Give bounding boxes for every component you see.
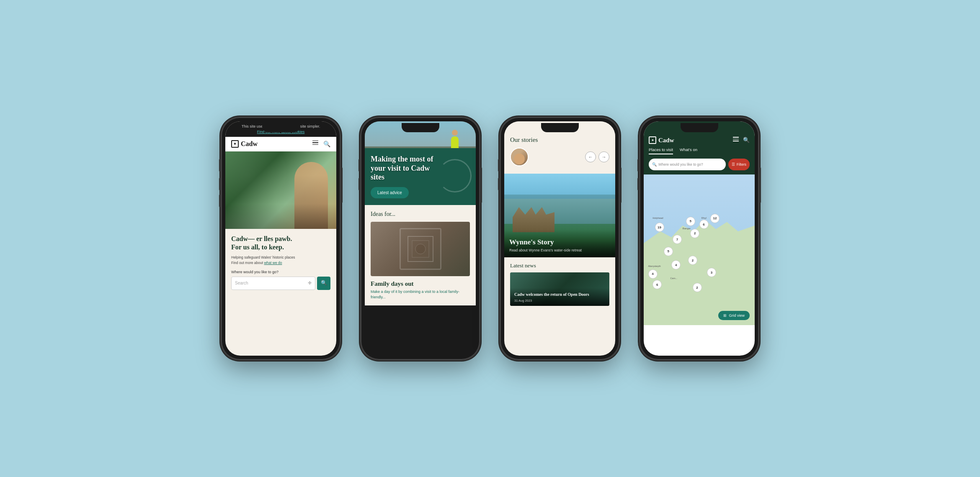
family-desc-text: Make a day of it by combining a visit to… bbox=[371, 290, 459, 299]
svg-point-2 bbox=[415, 244, 426, 254]
news-date: 31 Aug 2023 bbox=[514, 299, 605, 303]
filter-button[interactable]: ☰ Filters bbox=[728, 159, 750, 170]
hero-content: Cadw— er lles pawb. For us all, to keep.… bbox=[225, 229, 336, 296]
search-button[interactable]: 🔍 bbox=[317, 277, 330, 290]
volume-down-button bbox=[219, 178, 221, 190]
story-desc: Read about Wynne Evans's water-side retr… bbox=[509, 248, 610, 252]
phone-2-screen: Making the most of your visit to Cadw si… bbox=[365, 121, 476, 356]
search-placeholder: Search bbox=[235, 281, 248, 285]
next-arrow[interactable]: → bbox=[598, 151, 609, 162]
menu-icon[interactable] bbox=[733, 137, 739, 144]
search-icon-small: 🔍 bbox=[652, 162, 657, 167]
story-nav: ← → bbox=[510, 148, 609, 166]
news-card[interactable]: Cadw welcomes the return of Open Doors 3… bbox=[510, 272, 609, 306]
menu-icon[interactable] bbox=[312, 141, 318, 148]
bangor-label: Bangor bbox=[683, 227, 691, 230]
map-search-input[interactable]: 🔍 Where would you like to go? bbox=[649, 159, 726, 170]
hero-title-line2: your visit to Cadw bbox=[371, 164, 430, 172]
hero-image bbox=[225, 151, 336, 229]
power-button bbox=[620, 180, 622, 203]
castle-aerial-image bbox=[371, 222, 470, 276]
lower-section: Ideas for... Family days out Ma bbox=[365, 205, 476, 305]
story-overlay: Wynne's Story Read about Wynne Evans's w… bbox=[504, 230, 615, 257]
cluster-2-bottom[interactable]: 2 bbox=[693, 283, 702, 292]
avatar bbox=[510, 148, 529, 166]
cluster-12[interactable]: 12 bbox=[710, 214, 720, 223]
search-icon[interactable]: 🔍 bbox=[323, 141, 330, 148]
volume-down-button bbox=[358, 178, 360, 190]
family-title: Family days out bbox=[371, 280, 470, 287]
grid-view-label: Grid view bbox=[729, 313, 745, 318]
story-name: Wynne's Story bbox=[509, 238, 610, 246]
search-box: Search ✛ 🔍 bbox=[231, 277, 330, 290]
news-section: Latest news Cadw welcomes the return of … bbox=[504, 257, 615, 311]
phone-4-screen: ✦ Cadw 🔍 Places to visit What's on bbox=[644, 121, 755, 356]
decorative-swirl bbox=[438, 159, 472, 192]
volume-up-button bbox=[498, 159, 500, 172]
filter-label: Filters bbox=[737, 162, 746, 167]
hero-panel: Making the most of your visit to Cadw si… bbox=[365, 148, 476, 205]
holyhead-label: Holyhead bbox=[652, 217, 663, 219]
hiker-head bbox=[452, 130, 458, 136]
castle-shape bbox=[404, 232, 437, 266]
what-we-do-link[interactable]: what we do bbox=[264, 261, 282, 265]
cadw-logo-icon: ✦ bbox=[649, 136, 656, 144]
filter-icon: ☰ bbox=[732, 162, 735, 167]
prev-arrow[interactable]: ← bbox=[585, 151, 596, 162]
carnarvon-label: Carn... bbox=[671, 277, 678, 280]
hero-overlay bbox=[225, 204, 336, 229]
map-search-bar: 🔍 Where would you like to go? ☰ Filters bbox=[644, 159, 755, 174]
cluster-4-sw[interactable]: 4 bbox=[648, 269, 658, 279]
tagline-line2: For us all, to keep. bbox=[231, 244, 284, 251]
power-button bbox=[341, 180, 343, 203]
story-hero: Wynne's Story Read about Wynne Evans's w… bbox=[504, 174, 615, 257]
header-icons: 🔍 bbox=[733, 137, 750, 144]
news-title: Latest news bbox=[510, 262, 609, 269]
search-btn-icon: 🔍 bbox=[321, 280, 327, 286]
cadw-logo: ✦ Cadw bbox=[649, 136, 674, 144]
hero-title-line3: sites bbox=[371, 173, 384, 181]
hero-title-line1: Making the most of bbox=[371, 155, 433, 163]
cluster-5-top[interactable]: 5 bbox=[686, 217, 695, 226]
search-input[interactable]: Search ✛ bbox=[231, 277, 315, 290]
search-icon[interactable]: 🔍 bbox=[743, 137, 750, 144]
grid-view-button[interactable]: ⊞ Grid view bbox=[718, 311, 750, 320]
cookie-bar: This site uses cookies to make the site … bbox=[225, 121, 336, 137]
stories-title: Our stories bbox=[510, 136, 609, 144]
subtitle-line2: Find out more about bbox=[231, 261, 263, 265]
whats-on-tab[interactable]: What's on bbox=[680, 147, 697, 154]
cluster-5-mid[interactable]: 5 bbox=[664, 247, 673, 256]
phone-4-header: ✦ Cadw 🔍 bbox=[644, 121, 755, 147]
cadw-logo: ✦ Cadw bbox=[231, 140, 258, 148]
cadw-logo-icon: ✦ bbox=[231, 140, 239, 148]
cookie-link[interactable]: Find out more about cookies bbox=[257, 130, 305, 134]
phone-2: Making the most of your visit to Cadw si… bbox=[361, 117, 480, 360]
phone-1-screen: This site uses cookies to make the site … bbox=[225, 121, 336, 356]
cluster-2-right[interactable]: 2 bbox=[690, 229, 699, 238]
aberystwyth-label: Aberystwyth bbox=[648, 265, 661, 267]
phone-1-header: ✦ Cadw 🔍 bbox=[225, 137, 336, 151]
cluster-6-east[interactable]: 6 bbox=[699, 220, 709, 229]
latest-advice-button[interactable]: Latest advice bbox=[371, 187, 409, 198]
rhyl-label: Rhyl bbox=[701, 217, 707, 219]
cadw-logo-text: Cadw bbox=[241, 140, 258, 148]
power-button bbox=[480, 180, 482, 203]
news-headline-text: Cadw welcomes the return of Open Doors bbox=[514, 292, 589, 297]
tagline-line1: Cadw— er lles pawb. bbox=[231, 235, 292, 242]
cluster-19[interactable]: 19 bbox=[655, 223, 664, 232]
location-icon: ✛ bbox=[308, 280, 312, 286]
places-to-visit-tab[interactable]: Places to visit bbox=[649, 147, 673, 154]
phone-3: Our stories ← → bbox=[500, 117, 619, 360]
search-label: Where would you like to go? bbox=[231, 270, 330, 274]
silent-switch bbox=[219, 195, 221, 207]
nav-arrows: ← → bbox=[585, 151, 609, 162]
cluster-7[interactable]: 7 bbox=[673, 235, 682, 244]
subtitle-line1: Helping safeguard Wales' historic places bbox=[231, 255, 295, 259]
cookie-text: This site uses cookies to make the site … bbox=[242, 124, 320, 128]
news-overlay: Cadw welcomes the return of Open Doors 3… bbox=[510, 288, 609, 306]
phone-1: This site uses cookies to make the site … bbox=[221, 117, 340, 360]
phone-3-screen: Our stories ← → bbox=[504, 121, 615, 356]
map[interactable]: Holyhead Bangor Rhyl Aberystwyth Carn...… bbox=[644, 174, 755, 325]
grid-icon: ⊞ bbox=[723, 313, 727, 318]
volume-down-button bbox=[498, 178, 500, 190]
